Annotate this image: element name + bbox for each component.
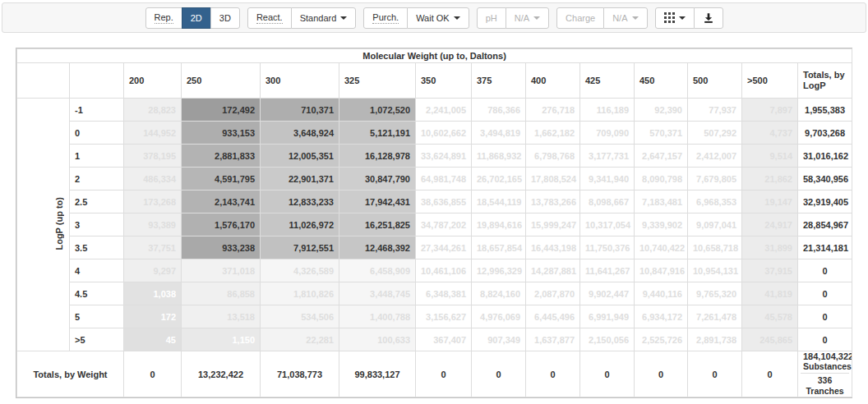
ph-button[interactable]: pH [477,7,506,29]
tranche-cell[interactable]: 64,981,748 [416,168,472,191]
tranche-cell[interactable]: 4,737 [742,122,798,145]
tranche-cell[interactable]: 13,783,266 [526,191,580,213]
charge-button[interactable]: Charge [556,7,604,29]
tranche-cell[interactable]: 1,400,788 [339,305,416,328]
tranche-cell[interactable]: 45,578 [742,305,798,328]
tranche-cell[interactable]: 11,641,267 [580,259,635,282]
tranche-cell[interactable]: 93,389 [124,213,182,236]
purchasability-dropdown[interactable]: Wait OK [407,7,469,29]
tranche-cell[interactable]: 21,862 [742,168,798,191]
tranche-cell[interactable]: 19,147 [742,191,798,213]
tranche-cell[interactable]: 534,506 [261,305,339,328]
tranche-cell[interactable]: 2,087,870 [526,282,580,305]
row-header--1[interactable]: -1 [70,99,124,122]
tranche-cell[interactable]: 27,344,261 [416,236,472,259]
tranche-cell[interactable]: 10,740,422 [635,236,688,259]
tranche-cell[interactable]: 10,847,916 [635,259,688,282]
tranche-cell[interactable]: 45 [124,328,182,351]
tranche-cell[interactable]: 24,917 [742,213,798,236]
tranche-cell[interactable]: 41,819 [742,282,798,305]
tranche-cell[interactable]: 19,894,616 [472,213,526,236]
row-header-0[interactable]: 0 [70,122,124,145]
download-button[interactable] [694,7,723,29]
tranche-cell[interactable]: 570,371 [635,122,688,145]
tranche-cell[interactable]: 144,952 [124,122,182,145]
view-3d-button[interactable]: 3D [210,7,240,29]
tranche-cell[interactable]: 5,121,191 [339,122,416,145]
tranche-cell[interactable]: 710,371 [261,99,339,122]
tranche-cell[interactable]: 9,440,116 [635,282,688,305]
tranche-cell[interactable]: 907,349 [472,328,526,351]
tranche-cell[interactable]: 786,366 [472,99,526,122]
tranche-cell[interactable]: 1,072,520 [339,99,416,122]
row-header-4.5[interactable]: 4.5 [70,282,124,305]
col-header-325[interactable]: 325 [339,63,416,99]
tranche-cell[interactable]: 38,636,855 [416,191,472,213]
tranche-cell[interactable]: 7,679,805 [688,168,742,191]
rep-button[interactable]: Rep. [145,7,182,29]
tranche-cell[interactable]: 9,097,041 [688,213,742,236]
tranche-cell[interactable]: 1,038 [124,282,182,305]
tranche-cell[interactable]: 6,934,172 [635,305,688,328]
tranche-cell[interactable]: 6,445,496 [526,305,580,328]
col-header-425[interactable]: 425 [580,63,635,99]
col-header-300[interactable]: 300 [261,63,339,99]
tranche-cell[interactable]: 16,128,978 [339,145,416,168]
tranche-cell[interactable]: 3,648,924 [261,122,339,145]
tranche-cell[interactable]: 3,448,745 [339,282,416,305]
tranche-cell[interactable]: 92,390 [635,99,688,122]
row-header-3[interactable]: 3 [70,213,124,236]
tranche-cell[interactable]: 31,899 [742,236,798,259]
col-header-500[interactable]: 500 [688,63,742,99]
tranche-cell[interactable]: 12,468,392 [339,236,416,259]
tranche-cell[interactable]: 37,915 [742,259,798,282]
tranche-cell[interactable]: 3,156,627 [416,305,472,328]
reactivity-dropdown[interactable]: Standard [291,7,357,29]
tranche-cell[interactable]: 10,954,131 [688,259,742,282]
grid-view-dropdown[interactable] [655,7,695,29]
tranche-cell[interactable]: 2,881,833 [182,145,261,168]
tranche-cell[interactable]: 6,968,353 [688,191,742,213]
col-header-gt500[interactable]: >500 [742,63,798,99]
tranche-cell[interactable]: 37,751 [124,236,182,259]
tranche-cell[interactable]: 16,443,198 [526,236,580,259]
tranche-cell[interactable]: 8,090,798 [635,168,688,191]
tranche-cell[interactable]: 9,341,940 [580,168,635,191]
tranche-cell[interactable]: 34,787,202 [416,213,472,236]
row-header-1[interactable]: 1 [70,145,124,168]
tranche-cell[interactable]: 2,412,007 [688,145,742,168]
tranche-cell[interactable]: 15,999,247 [526,213,580,236]
tranche-cell[interactable]: 9,297 [124,259,182,282]
tranche-cell[interactable]: 6,991,949 [580,305,635,328]
tranche-cell[interactable]: 7,183,481 [635,191,688,213]
row-header-4[interactable]: 4 [70,259,124,282]
tranche-cell[interactable]: 172,492 [182,99,261,122]
tranche-cell[interactable]: 486,334 [124,168,182,191]
tranche-cell[interactable]: 33,624,891 [416,145,472,168]
tranche-cell[interactable]: 22,901,371 [261,168,339,191]
tranche-cell[interactable]: 2,143,741 [182,191,261,213]
tranche-cell[interactable]: 3,494,819 [472,122,526,145]
tranche-cell[interactable]: 17,808,524 [526,168,580,191]
col-header-400[interactable]: 400 [526,63,580,99]
tranche-cell[interactable]: 11,868,932 [472,145,526,168]
tranche-cell[interactable]: 4,326,589 [261,259,339,282]
tranche-cell[interactable]: 3,177,731 [580,145,635,168]
tranche-cell[interactable]: 26,702,165 [472,168,526,191]
tranche-cell[interactable]: 507,292 [688,122,742,145]
tranche-cell[interactable]: 77,937 [688,99,742,122]
tranche-cell[interactable]: 245,865 [742,328,798,351]
tranche-cell[interactable]: 10,658,718 [688,236,742,259]
purch-button[interactable]: Purch. [363,7,408,29]
row-header-2.5[interactable]: 2.5 [70,191,124,213]
tranche-cell[interactable]: 1,150 [182,328,261,351]
tranche-cell[interactable]: 8,824,160 [472,282,526,305]
tranche-cell[interactable]: 1,662,182 [526,122,580,145]
tranche-cell[interactable]: 17,942,431 [339,191,416,213]
tranche-cell[interactable]: 14,287,881 [526,259,580,282]
row-header-2[interactable]: 2 [70,168,124,191]
charge-dropdown[interactable]: N/A [603,7,647,29]
tranche-cell[interactable]: 10,461,106 [416,259,472,282]
tranche-cell[interactable]: 6,798,768 [526,145,580,168]
tranche-cell[interactable]: 7,261,478 [688,305,742,328]
